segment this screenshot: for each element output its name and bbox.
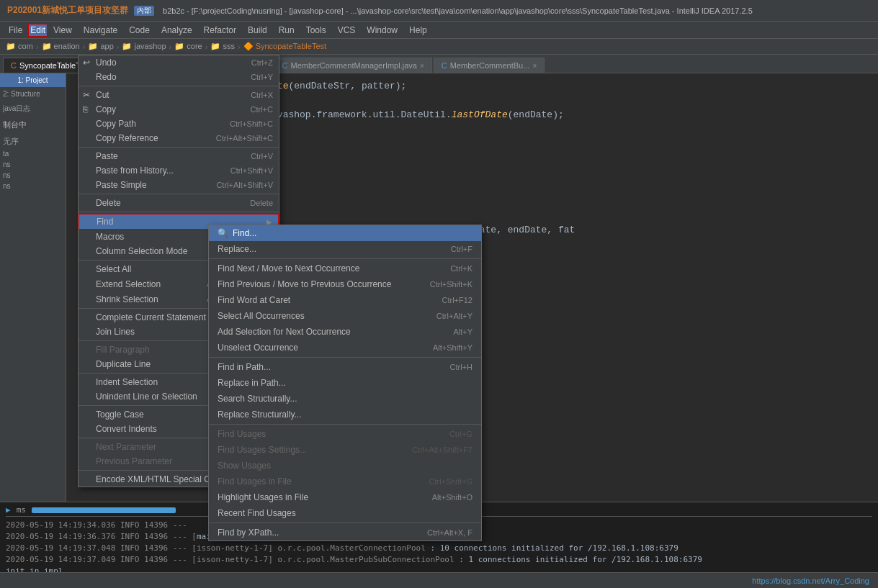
left-sidebar: 1: Project 2: Structure java日志 制台中 无序 ta… [0, 73, 66, 502]
find-submenu-dropdown[interactable]: 🔍 Find... Replace... Ctrl+F Find Next / … [208, 225, 482, 541]
find-search-structurally[interactable]: Search Structurally... [209, 391, 481, 407]
project-tag: 内部 [134, 6, 154, 16]
app-title: b2b2c - [F:\projectCoding\nusring] - [ja… [163, 6, 753, 15]
find-replace-in-path[interactable]: Replace in Path... [209, 375, 481, 391]
tab-icon-syncopate: C [11, 61, 17, 70]
menu-redo[interactable]: Redo Ctrl+Y [79, 70, 279, 84]
run-button[interactable]: ▶ [6, 505, 11, 515]
breadcrumb-javashop[interactable]: 📁 javashop [122, 42, 166, 51]
tab-member-comment[interactable]: C MemberCommentManagerImpl.java × [274, 58, 432, 73]
find-replace-structurally[interactable]: Replace Structurally... [209, 407, 481, 422]
breadcrumb-sss[interactable]: 📁 sss [210, 42, 235, 51]
breadcrumb-com[interactable]: 📁 com [6, 42, 33, 51]
menu-tools[interactable]: Tools [300, 24, 332, 37]
tab-icon-member-comment: C [282, 61, 288, 70]
cut-icon: ✂ [83, 90, 90, 100]
separator-1 [79, 86, 279, 86]
find-top-item[interactable]: 🔍 Find... [209, 225, 481, 241]
separator-4 [79, 212, 279, 212]
right-scroll-indicator[interactable] [868, 73, 878, 502]
breadcrumb-class[interactable]: 🔶 SyncopateTableTest [243, 42, 327, 51]
tab-close-member-comment[interactable]: × [420, 62, 424, 70]
project-name: P202001新城悦工单项目攻坚群 [7, 4, 128, 17]
menu-build[interactable]: Build [242, 24, 273, 37]
menu-bar: File Edit View Navigate Code Analyze Ref… [0, 22, 878, 39]
menu-copy-path[interactable]: Copy Path Ctrl+Shift+C [79, 117, 279, 131]
find-sep-2 [209, 357, 481, 358]
menu-run[interactable]: Run [273, 24, 300, 37]
menu-window[interactable]: Window [361, 24, 403, 37]
separator-3 [79, 194, 279, 194]
breadcrumb-core[interactable]: 📁 core [174, 42, 202, 51]
menu-help[interactable]: Help [403, 24, 433, 37]
find-unselect-occurrence[interactable]: Unselect Occurrence Alt+Shift+Y [209, 340, 481, 356]
menu-undo[interactable]: ↩ Undo Ctrl+Z [79, 55, 279, 70]
status-url: https://blog.csdn.net/Arry_Coding [752, 576, 869, 585]
menu-edit[interactable]: Edit [28, 24, 48, 37]
breadcrumb-bar: 📁 com › 📁 enation › 📁 app › 📁 javashop ›… [0, 39, 878, 55]
menu-paste-history[interactable]: Paste from History... Ctrl+Shift+V [79, 163, 279, 178]
find-sep-3 [209, 424, 481, 425]
find-usages-in-file: Find Usages in File Ctrl+Shift+G [209, 474, 481, 489]
find-by-xpath[interactable]: Find by XPath... Ctrl+Alt+X, F [209, 525, 481, 540]
menu-code[interactable]: Code [123, 24, 156, 37]
find-sep-4 [209, 523, 481, 523]
find-select-all-occurrences[interactable]: Select All Occurrences Ctrl+Alt+Y [209, 308, 481, 324]
menu-analyze[interactable]: Analyze [156, 24, 198, 37]
sidebar-content: java日志 制台中 无序 ta ns ns ns [0, 101, 66, 193]
title-bar: P202001新城悦工单项目攻坚群 内部 b2b2c - [F:\project… [0, 0, 878, 22]
separator-2 [79, 147, 279, 148]
find-usages: Find Usages Ctrl+G [209, 426, 481, 442]
progress-bar [32, 507, 176, 513]
menu-file[interactable]: File [3, 24, 28, 37]
find-usages-settings: Find Usages Settings... Ctrl+Alt+Shift+F… [209, 442, 481, 458]
menu-vcs[interactable]: VCS [332, 24, 362, 37]
console-line-4: 2020-05-19 14:19:37.049 INFO 14396 --- [… [6, 554, 872, 566]
structure-label[interactable]: 2: Structure [0, 87, 66, 101]
tab-icon-member-comment-bu: C [442, 61, 447, 70]
find-prev[interactable]: Find Previous / Move to Previous Occurre… [209, 276, 481, 292]
menu-cut[interactable]: ✂ Cut Ctrl+X [79, 88, 279, 102]
menu-copy[interactable]: ⎘ Copy Ctrl+C [79, 102, 279, 117]
menu-navigate[interactable]: Navigate [78, 24, 123, 37]
menu-view[interactable]: View [48, 24, 78, 37]
find-in-path[interactable]: Find in Path... Ctrl+H [209, 359, 481, 375]
menu-paste-simple[interactable]: Paste Simple Ctrl+Alt+Shift+V [79, 178, 279, 192]
find-sep-1 [209, 258, 481, 259]
ms-label: ms [17, 505, 26, 515]
tab-close-member-comment-bu[interactable]: × [532, 62, 537, 70]
menu-delete[interactable]: Delete Delete [79, 196, 279, 210]
find-highlight-usages[interactable]: Highlight Usages in File Alt+Shift+O [209, 489, 481, 505]
breadcrumb-enation[interactable]: 📁 enation [42, 42, 80, 51]
find-show-usages: Show Usages [209, 458, 481, 474]
find-search-icon: 🔍 [218, 228, 228, 238]
menu-refactor[interactable]: Refactor [198, 24, 242, 37]
copy-icon: ⎘ [83, 104, 88, 114]
find-recent-find-usages[interactable]: Recent Find Usages [209, 505, 481, 521]
status-bar: https://blog.csdn.net/Arry_Coding [0, 572, 878, 588]
breadcrumb-app[interactable]: 📁 app [88, 42, 113, 51]
menu-paste[interactable]: Paste Ctrl+V [79, 149, 279, 163]
menu-copy-reference[interactable]: Copy Reference Ctrl+Alt+Shift+C [79, 131, 279, 145]
project-label[interactable]: 1: Project [0, 73, 66, 87]
find-next[interactable]: Find Next / Move to Next Occurrence Ctrl… [209, 261, 481, 276]
find-add-selection-next[interactable]: Add Selection for Next Occurrence Alt+Y [209, 324, 481, 340]
find-word-caret[interactable]: Find Word at Caret Ctrl+F12 [209, 292, 481, 308]
tab-member-comment-bu[interactable]: C MemberCommentBu... × [434, 58, 545, 73]
console-line-3: 2020-05-19 14:19:37.048 INFO 14396 --- [… [6, 543, 872, 554]
find-replace[interactable]: Replace... Ctrl+F [209, 241, 481, 257]
undo-icon: ↩ [83, 58, 90, 68]
